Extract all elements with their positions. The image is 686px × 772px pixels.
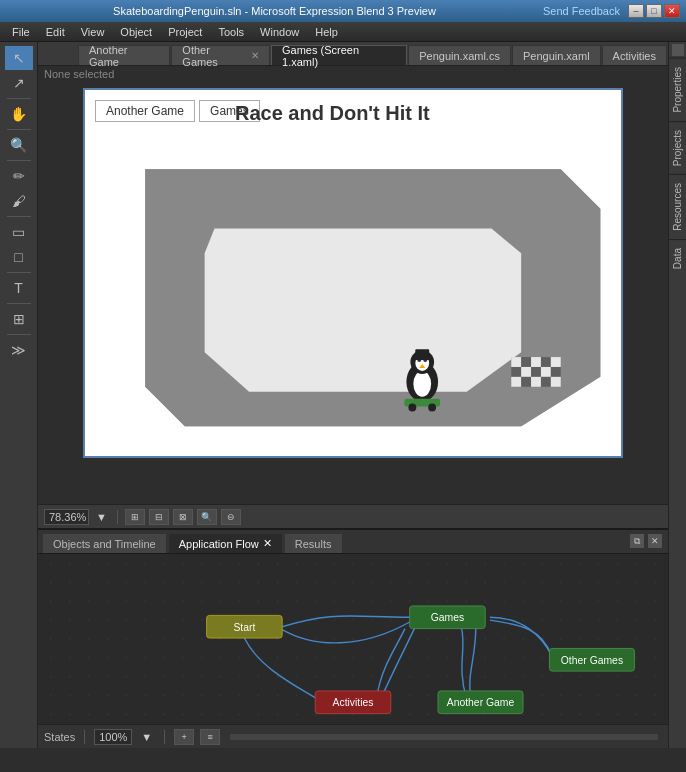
- tool-separator-5: [7, 272, 31, 273]
- view-snap-btn[interactable]: ⊟: [149, 509, 169, 525]
- bottom-panel-icons: ⧉ ✕: [630, 534, 662, 548]
- panel-close-btn[interactable]: ✕: [648, 534, 662, 548]
- select-tool[interactable]: ↖: [5, 46, 33, 70]
- svg-rect-12: [531, 367, 541, 377]
- svg-rect-5: [511, 357, 521, 367]
- bottom-tabs: Objects and Timeline Application Flow ✕ …: [38, 530, 668, 554]
- svg-text:Activities: Activities: [333, 697, 374, 708]
- view-grid-btn[interactable]: ⊞: [125, 509, 145, 525]
- tab-other-games[interactable]: Other Games ✕: [171, 45, 270, 65]
- brush-tool[interactable]: 🖌: [5, 189, 33, 213]
- bottom-panel: Objects and Timeline Application Flow ✕ …: [38, 528, 668, 748]
- menu-edit[interactable]: Edit: [38, 24, 73, 40]
- svg-text:Other Games: Other Games: [561, 655, 623, 666]
- menu-window[interactable]: Window: [252, 24, 307, 40]
- close-button[interactable]: ✕: [664, 4, 680, 18]
- zoom-value: 78.36%: [44, 509, 89, 525]
- states-scroll[interactable]: [230, 734, 658, 740]
- svg-rect-17: [531, 377, 541, 387]
- sidebar-data[interactable]: Data: [669, 239, 686, 277]
- sidebar-resources[interactable]: Resources: [669, 174, 686, 239]
- tab-penguin-xaml[interactable]: Penguin.xaml: [512, 45, 601, 65]
- svg-point-30: [408, 404, 416, 412]
- menu-tools[interactable]: Tools: [210, 24, 252, 40]
- panel-float-btn[interactable]: ⧉: [630, 534, 644, 548]
- canvas-frame: Another Game Games Race and Don't Hit It: [83, 88, 623, 458]
- svg-text:Start: Start: [233, 622, 255, 633]
- asset-tool[interactable]: ⊞: [5, 307, 33, 331]
- canvas-container: Another Game Games Race and Don't Hit It: [38, 84, 668, 504]
- svg-rect-13: [541, 367, 551, 377]
- svg-point-31: [428, 404, 436, 412]
- tab-activities[interactable]: Activities: [602, 45, 667, 65]
- states-label: States: [44, 731, 75, 743]
- sidebar-projects[interactable]: Projects: [669, 121, 686, 174]
- send-feedback[interactable]: Send Feedback: [543, 5, 620, 17]
- svg-rect-8: [541, 357, 551, 367]
- states-btn-1[interactable]: +: [174, 729, 194, 745]
- tab-penguin-cs[interactable]: Penguin.xaml.cs: [408, 45, 511, 65]
- svg-rect-10: [511, 367, 521, 377]
- zoom-bar: 78.36% ▼ ⊞ ⊟ ⊠ 🔍 ⊖: [38, 504, 668, 528]
- tab-other-games-close[interactable]: ✕: [251, 50, 259, 61]
- maximize-button[interactable]: □: [646, 4, 662, 18]
- svg-rect-15: [511, 377, 521, 387]
- svg-rect-14: [551, 367, 561, 377]
- canvas-inner: Another Game Games Race and Don't Hit It: [85, 90, 621, 456]
- content-area: Another Game Other Games ✕ Games (Screen…: [38, 42, 668, 748]
- flow-area: Start Games Other Games Another Game Act…: [38, 554, 668, 724]
- tool-separator-3: [7, 160, 31, 161]
- states-zoom-dropdown[interactable]: ▼: [138, 731, 155, 743]
- tab-games-screen[interactable]: Games (Screen 1.xaml): [271, 45, 407, 65]
- menu-file[interactable]: File: [4, 24, 38, 40]
- menu-project[interactable]: Project: [160, 24, 210, 40]
- states-bar: States 100% ▼ + ≡: [38, 724, 668, 748]
- view-zoom-in[interactable]: 🔍: [197, 509, 217, 525]
- minimize-button[interactable]: –: [628, 4, 644, 18]
- tab-objects-timeline[interactable]: Objects and Timeline: [42, 533, 167, 553]
- direct-select-tool[interactable]: ↗: [5, 71, 33, 95]
- view-rulers-btn[interactable]: ⊠: [173, 509, 193, 525]
- svg-rect-16: [521, 377, 531, 387]
- tab-bar: Another Game Other Games ✕ Games (Screen…: [38, 42, 668, 66]
- tab-results[interactable]: Results: [284, 533, 343, 553]
- svg-rect-18: [541, 377, 551, 387]
- sidebar-grab[interactable]: [672, 44, 684, 56]
- pan-tool[interactable]: ✋: [5, 102, 33, 126]
- tool-separator-7: [7, 334, 31, 335]
- zoom-tool[interactable]: 🔍: [5, 133, 33, 157]
- menu-bar: File Edit View Object Project Tools Wind…: [0, 22, 686, 42]
- states-separator: [84, 730, 85, 744]
- view-zoom-out[interactable]: ⊖: [221, 509, 241, 525]
- rect-tool[interactable]: □: [5, 245, 33, 269]
- menu-view[interactable]: View: [73, 24, 113, 40]
- svg-marker-3: [205, 228, 522, 391]
- menu-object[interactable]: Object: [112, 24, 160, 40]
- tool-separator-2: [7, 129, 31, 130]
- menu-help[interactable]: Help: [307, 24, 346, 40]
- flow-diagram: Start Games Other Games Another Game Act…: [38, 554, 668, 724]
- more-tools[interactable]: ≫: [5, 338, 33, 362]
- pen-tool[interactable]: ✏: [5, 164, 33, 188]
- svg-rect-9: [551, 357, 561, 367]
- svg-text:Another Game: Another Game: [447, 697, 515, 708]
- title-buttons: – □ ✕: [628, 4, 680, 18]
- tab-application-flow[interactable]: Application Flow ✕: [168, 533, 283, 553]
- sidebar-properties[interactable]: Properties: [669, 58, 686, 121]
- tab-another-game[interactable]: Another Game: [78, 45, 170, 65]
- text-tool[interactable]: T: [5, 276, 33, 300]
- states-zoom: 100%: [94, 729, 132, 745]
- svg-rect-28: [412, 357, 432, 360]
- states-btn-2[interactable]: ≡: [200, 729, 220, 745]
- tool-separator-1: [7, 98, 31, 99]
- zoom-dropdown[interactable]: ▼: [93, 511, 110, 523]
- right-sidebar: Properties Projects Resources Data: [668, 42, 686, 748]
- left-toolbar: ↖ ↗ ✋ 🔍 ✏ 🖌 ▭ □ T ⊞ ≫: [0, 42, 38, 748]
- none-selected-bar: None selected: [38, 66, 668, 84]
- title-text: SkateboardingPenguin.sln - Microsoft Exp…: [6, 5, 543, 17]
- title-bar: SkateboardingPenguin.sln - Microsoft Exp…: [0, 0, 686, 22]
- shape-tool[interactable]: ▭: [5, 220, 33, 244]
- svg-text:Games: Games: [431, 612, 464, 623]
- svg-rect-7: [531, 357, 541, 367]
- tab-app-flow-close[interactable]: ✕: [263, 537, 272, 550]
